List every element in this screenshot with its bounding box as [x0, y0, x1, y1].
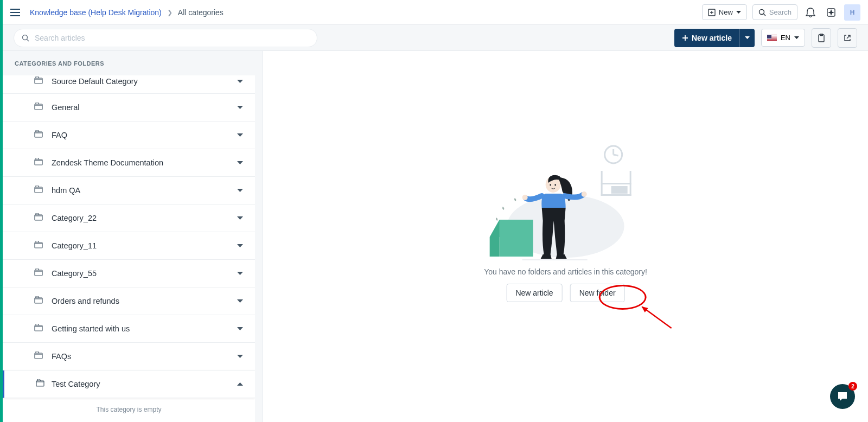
sidebar-category[interactable]: Category_55 [3, 260, 255, 287]
folder-icon [36, 379, 44, 389]
category-label: FAQ [52, 131, 67, 139]
chevron-icon [237, 159, 243, 167]
chevron-right-icon: ❯ [167, 9, 173, 16]
new-article-button[interactable]: New article [674, 29, 739, 47]
search-button[interactable]: Search [752, 4, 797, 20]
category-label: Category_11 [52, 241, 97, 250]
folder-icon [34, 186, 43, 195]
folder-icon [34, 268, 43, 278]
subbar: New article EN [3, 25, 868, 51]
new-article-label: New article [692, 34, 732, 42]
search-button-label: Search [769, 8, 792, 16]
chevron-icon [237, 297, 243, 305]
chevron-icon [237, 78, 243, 85]
sidebar-category[interactable]: FAQs [3, 343, 255, 370]
chevron-icon [237, 270, 243, 277]
svg-line-40 [641, 306, 671, 328]
notifications-icon[interactable] [803, 5, 818, 20]
category-label: Category_22 [52, 214, 97, 222]
svg-point-37 [522, 195, 527, 200]
category-label: General [52, 103, 80, 112]
folder-icon [34, 296, 43, 306]
folder-icon [34, 241, 43, 251]
svg-line-27 [613, 155, 618, 156]
folder-icon [34, 351, 43, 361]
svg-rect-30 [601, 183, 631, 184]
category-empty-text: This category is empty [3, 398, 255, 421]
sidebar-category[interactable]: Getting started with us [3, 315, 255, 343]
folder-icon [34, 103, 43, 112]
folder-icon [34, 213, 43, 223]
open-external-button[interactable] [838, 28, 857, 48]
chevron-down-icon [745, 36, 750, 40]
search-articles-input[interactable] [14, 29, 317, 47]
empty-message: You have no folders and articles in this… [484, 267, 647, 276]
svg-point-36 [554, 184, 556, 186]
external-link-icon [844, 34, 851, 42]
sidebar-category[interactable]: Category_22 [3, 204, 255, 232]
empty-new-article-button[interactable]: New article [506, 284, 562, 302]
sparkle-icon[interactable] [824, 5, 839, 20]
new-article-group: New article [674, 29, 755, 47]
folder-icon [34, 130, 43, 140]
empty-state: You have no folders and articles in this… [484, 134, 647, 302]
category-label: Category_55 [52, 269, 97, 278]
chevron-icon [237, 131, 243, 139]
breadcrumb-root[interactable]: Knowledge base (Help Desk Migration) [30, 8, 162, 17]
chevron-icon [237, 104, 243, 111]
folder-icon [34, 324, 43, 334]
sidebar-category[interactable]: Orders and refunds [3, 287, 255, 315]
avatar[interactable]: H [844, 4, 860, 21]
svg-rect-31 [601, 194, 631, 196]
category-label: hdm QA [52, 186, 80, 195]
folder-icon [34, 76, 43, 86]
sidebar-category[interactable]: Zendesk Theme Documentation [3, 149, 255, 177]
category-label: Orders and refunds [52, 297, 119, 305]
language-label: EN [781, 34, 790, 42]
svg-point-38 [581, 191, 586, 197]
chevron-icon [237, 325, 243, 333]
chevron-down-icon [794, 36, 799, 40]
hamburger-menu-icon[interactable] [10, 9, 20, 16]
sidebar-category[interactable]: Category_11 [3, 232, 255, 260]
sidebar-list[interactable]: Source Default CategoryGeneralFAQZendesk… [3, 75, 255, 422]
category-label: Getting started with us [52, 324, 130, 333]
chevron-icon [237, 187, 243, 194]
empty-illustration [484, 134, 647, 264]
svg-point-35 [550, 184, 551, 186]
topbar: Knowledge base (Help Desk Migration) ❯ A… [3, 0, 868, 25]
chevron-icon [237, 242, 243, 250]
plus-icon [682, 35, 688, 41]
chat-badge: 2 [848, 382, 857, 391]
sidebar-category[interactable]: Source Default Category [3, 75, 255, 94]
breadcrumb: Knowledge base (Help Desk Migration) ❯ A… [30, 8, 702, 17]
clipboard-button[interactable] [812, 28, 831, 48]
new-button[interactable]: New [702, 4, 747, 20]
svg-line-4 [763, 14, 765, 16]
sidebar-category[interactable]: General [3, 94, 255, 122]
new-article-dropdown[interactable] [739, 29, 755, 47]
new-button-label: New [719, 8, 733, 16]
search-icon [22, 34, 29, 42]
svg-point-6 [23, 35, 28, 40]
chat-fab[interactable]: 2 [830, 384, 855, 409]
chevron-icon [237, 214, 243, 222]
sidebar-category[interactable]: hdm QA [3, 177, 255, 204]
search-articles-field[interactable] [35, 34, 309, 42]
search-icon [758, 9, 766, 16]
sidebar: CATEGORIES AND FOLDERS Source Default Ca… [3, 51, 263, 422]
breadcrumb-current: All categories [178, 8, 224, 17]
clipboard-icon [818, 34, 825, 42]
svg-line-7 [27, 39, 29, 41]
sidebar-category[interactable]: Test Category [3, 370, 255, 398]
chat-icon [837, 391, 848, 402]
annotation-arrow [641, 306, 679, 334]
chevron-down-icon [736, 11, 741, 14]
flag-us-icon [767, 35, 777, 41]
category-label: FAQs [52, 352, 71, 361]
sidebar-category[interactable]: FAQ [3, 122, 255, 149]
chevron-icon [237, 380, 243, 388]
language-selector[interactable]: EN [761, 29, 805, 47]
category-label: Zendesk Theme Documentation [52, 158, 163, 167]
empty-new-folder-button[interactable]: New folder [570, 284, 625, 302]
